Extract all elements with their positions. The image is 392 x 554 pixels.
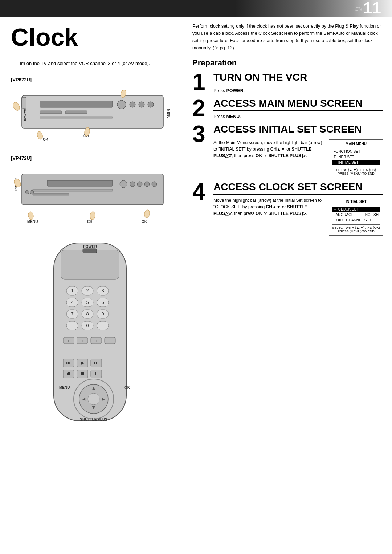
svg-text:▲: ▲ <box>91 385 96 391</box>
svg-text:◄: ◄ <box>81 396 86 402</box>
step-4-menu-item-3: GUIDE CHANNEL SET <box>332 217 380 223</box>
instruction-box: Turn on the TV and select the VCR channe… <box>11 57 176 70</box>
vp672u-label: [VP672U] <box>11 77 176 82</box>
svg-rect-40 <box>83 249 97 253</box>
svg-text:4: 4 <box>71 300 73 305</box>
step-4-text: Move the highlight bar (arrow) at the In… <box>213 197 325 217</box>
step-3-content: ACCESS INITIAL SET SCREEN At the Main Me… <box>213 124 383 178</box>
svg-point-5 <box>148 102 154 107</box>
svg-rect-1 <box>40 101 113 107</box>
svg-text:▼: ▼ <box>91 404 96 410</box>
step-2-content: ACCESS MAIN MENU SCREEN Press MENU. <box>213 98 383 121</box>
svg-rect-9 <box>22 97 26 108</box>
intro-text: Perform clock setting only if the clock … <box>192 23 383 52</box>
page-title: Clock <box>11 25 176 49</box>
step-1-title: TURN ON THE VCR <box>213 72 383 85</box>
svg-text:1: 1 <box>71 288 73 293</box>
svg-text:5: 5 <box>86 300 89 305</box>
svg-point-2 <box>117 100 126 109</box>
svg-point-24 <box>152 182 157 187</box>
svg-rect-19 <box>47 180 113 186</box>
step-3-menu-footer: PRESS (▲,▼), THEN (OK)PRESS (MENU) TO EN… <box>332 167 380 175</box>
vp672u-device: POWER MENU CH OK <box>11 85 176 155</box>
remote-control-area: POWER 1 2 3 4 5 6 <box>11 239 176 428</box>
step-4-menu-title: INITIAL SET <box>332 200 380 205</box>
svg-text:+: + <box>95 339 97 343</box>
svg-text:+: + <box>81 339 83 343</box>
svg-text:MENU: MENU <box>59 386 70 390</box>
step-2: 2 ACCESS MAIN MENU SCREEN Press MENU. <box>192 98 383 121</box>
vp472u-label: [VP472U] <box>11 155 176 161</box>
header-bar: EN 11 <box>0 0 392 17</box>
svg-text:3: 3 <box>101 288 104 293</box>
svg-point-20 <box>120 180 127 188</box>
svg-rect-59 <box>66 321 78 330</box>
svg-point-4 <box>139 102 144 107</box>
svg-point-21 <box>130 182 135 187</box>
svg-text:⏮: ⏮ <box>66 360 71 366</box>
svg-text:SHUTTLE PLUS: SHUTTLE PLUS <box>80 417 107 421</box>
svg-text:OK: OK <box>43 138 49 142</box>
step-2-title: ACCESS MAIN MENU SCREEN <box>213 98 383 111</box>
svg-text:CH: CH <box>87 220 92 224</box>
right-column: Perform clock setting only if the clock … <box>185 17 392 435</box>
svg-rect-26 <box>33 193 69 195</box>
svg-point-86 <box>88 393 99 405</box>
preparation-title: Preparation <box>192 58 383 68</box>
step-3-text: At the Main Menu screen, move the highli… <box>213 139 325 159</box>
step-3-menu-box: MAIN MENU FUNCTION SET TUNER SET INITIAL… <box>329 139 383 178</box>
main-layout: Clock Turn on the TV and select the VCR … <box>0 17 392 435</box>
step-1-content: TURN ON THE VCR Press POWER. <box>213 72 383 94</box>
step-3-menu-item-3-highlighted: INITIAL SET <box>332 160 380 165</box>
step-2-body: Press MENU. <box>213 113 383 120</box>
svg-text:6: 6 <box>101 300 104 305</box>
svg-rect-62 <box>97 321 109 330</box>
svg-point-17 <box>36 131 43 140</box>
svg-text:⏸: ⏸ <box>94 371 99 376</box>
step-4-inner: Move the highlight bar (arrow) at the In… <box>213 197 383 236</box>
svg-text:POWER: POWER <box>83 245 97 249</box>
svg-text:POWER: POWER <box>24 109 27 121</box>
step-4-menu-box: INITIAL SET CLOCK SET LANGUAGE ENGLISH G… <box>329 197 383 236</box>
step-3-title: ACCESS INITIAL SET SCREEN <box>213 124 383 137</box>
svg-text:8: 8 <box>86 311 89 317</box>
svg-text:►: ► <box>101 396 106 402</box>
svg-point-3 <box>130 102 135 107</box>
svg-point-36 <box>144 209 150 218</box>
svg-rect-25 <box>33 189 113 191</box>
step-3-menu-item-1: FUNCTION SET <box>332 149 380 154</box>
step-4-title: ACCESS CLOCK SET SCREEN <box>213 182 383 195</box>
en-label: EN <box>355 6 362 12</box>
svg-point-23 <box>144 182 150 187</box>
language-label: LANGUAGE <box>334 213 354 217</box>
svg-rect-8 <box>40 117 113 118</box>
svg-rect-7 <box>65 111 87 114</box>
svg-rect-38 <box>61 250 119 279</box>
step-4-number: 4 <box>192 182 210 203</box>
svg-point-12 <box>12 101 21 111</box>
left-column: Clock Turn on the TV and select the VCR … <box>0 17 185 435</box>
svg-point-35 <box>90 211 95 220</box>
svg-text:MENU: MENU <box>27 220 38 224</box>
step-1-number: 1 <box>192 72 210 93</box>
step-3-inner: At the Main Menu screen, move the highli… <box>213 139 383 178</box>
svg-rect-6 <box>40 111 62 114</box>
svg-point-27 <box>25 190 29 194</box>
language-value: ENGLISH <box>363 213 379 217</box>
step-2-number: 2 <box>192 98 210 119</box>
svg-text:MENU: MENU <box>167 109 170 119</box>
svg-text:0: 0 <box>86 323 89 328</box>
svg-point-28 <box>30 190 34 194</box>
svg-text:9: 9 <box>101 311 104 317</box>
vp472u-device: POWER MENU CH OK <box>11 163 176 236</box>
svg-text:OK: OK <box>124 386 130 390</box>
step-3-menu-item-2: TUNER SET <box>332 154 380 160</box>
step-1-body: Press POWER. <box>213 87 383 94</box>
svg-text:2: 2 <box>86 288 89 293</box>
svg-text:+: + <box>68 339 69 343</box>
svg-point-34 <box>28 211 34 220</box>
svg-text:⏭: ⏭ <box>94 360 99 366</box>
step-3: 3 ACCESS INITIAL SET SCREEN At the Main … <box>192 124 383 178</box>
svg-text:+: + <box>109 339 111 343</box>
svg-text:⏺: ⏺ <box>66 371 71 376</box>
